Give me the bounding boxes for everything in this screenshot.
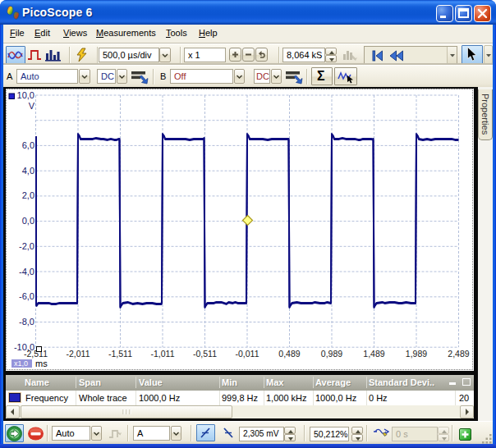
svg-text:x1,0: x1,0 xyxy=(14,359,28,368)
svg-text:-2,0: -2,0 xyxy=(19,241,34,251)
svg-text:-1,011: -1,011 xyxy=(151,349,175,359)
svg-text:10,0: 10,0 xyxy=(17,90,34,100)
svg-text:0,489: 0,489 xyxy=(278,349,300,359)
svg-text:ms: ms xyxy=(35,359,48,368)
svg-text:-0,011: -0,011 xyxy=(236,349,259,359)
svg-text:-0,511: -0,511 xyxy=(193,349,217,359)
svg-text:0,0: 0,0 xyxy=(22,216,34,226)
svg-text:0,989: 0,989 xyxy=(321,349,342,359)
svg-text:-2,011: -2,011 xyxy=(67,349,90,359)
svg-text:2,489: 2,489 xyxy=(448,349,469,359)
svg-text:-8,0: -8,0 xyxy=(19,317,34,327)
svg-text:6,0: 6,0 xyxy=(22,140,34,150)
svg-text:V: V xyxy=(29,101,35,111)
svg-text:4,0: 4,0 xyxy=(22,166,34,176)
svg-text:-1,511: -1,511 xyxy=(108,349,132,359)
svg-text:-6,0: -6,0 xyxy=(19,291,34,301)
svg-text:2,0: 2,0 xyxy=(22,190,34,200)
svg-text:-2,511: -2,511 xyxy=(24,349,48,359)
svg-text:1,489: 1,489 xyxy=(363,349,384,359)
svg-text:1,989: 1,989 xyxy=(406,349,427,359)
svg-text:-4,0: -4,0 xyxy=(19,267,34,277)
